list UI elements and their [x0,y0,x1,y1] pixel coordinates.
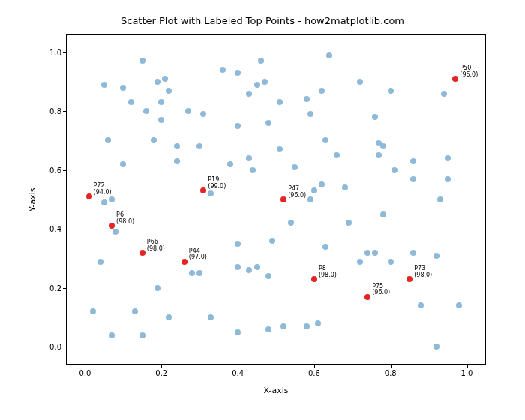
scatter-point [174,158,180,164]
x-tick-mark [238,364,238,368]
top-point [452,76,458,82]
scatter-point [437,196,443,202]
y-tick-mark [63,346,66,347]
scatter-point [266,326,272,332]
top-point [406,276,412,282]
scatter-point [208,314,214,320]
scatter-point [372,114,378,120]
y-tick-label: 0.6 [45,166,62,174]
scatter-point [392,167,398,173]
scatter-point [319,182,325,188]
scatter-point [120,85,126,91]
y-tick-label: 0.0 [45,343,62,351]
scatter-point [410,158,416,164]
scatter-point [174,143,180,149]
scatter-point [372,250,378,256]
scatter-point [90,308,96,314]
scatter-point [235,123,241,129]
scatter-point [109,332,115,338]
scatter-point [200,111,206,117]
scatter-point [266,120,272,126]
x-axis-label: X-axis [66,386,486,395]
scatter-point [151,137,157,143]
scatter-point [445,176,451,182]
scatter-point [132,308,138,314]
scatter-point [227,161,233,167]
scatter-point [288,220,294,226]
chart-title: Scatter Plot with Labeled Top Points - h… [0,15,525,26]
scatter-point [434,253,440,259]
scatter-point [128,99,134,105]
scatter-point [120,161,126,167]
plot-area [66,34,486,364]
scatter-point [250,167,256,173]
scatter-point [380,212,386,218]
scatter-point [208,190,214,196]
point-annotation: P50(96.0) [460,65,478,79]
scatter-point [140,58,146,64]
scatter-point [266,273,272,279]
scatter-point [101,200,107,206]
scatter-point [154,285,160,291]
scatter-point [112,229,118,235]
scatter-point [380,143,386,149]
scatter-point [388,259,394,265]
figure: Scatter Plot with Labeled Top Points - h… [0,0,525,420]
x-tick-mark [85,364,86,368]
point-annotation: P47(96.0) [288,186,306,200]
scatter-point [235,264,241,270]
scatter-point [418,302,424,308]
scatter-point [235,329,241,335]
scatter-point [246,267,252,273]
scatter-point [334,152,340,158]
scatter-point [262,79,268,85]
scatter-point [254,82,260,88]
scatter-point [158,99,164,105]
scatter-point [258,58,264,64]
y-tick-mark [63,229,66,230]
x-tick-label: 0.6 [308,369,320,377]
scatter-point [322,244,328,250]
scatter-point [434,344,440,350]
scatter-point [319,88,325,94]
top-point [182,259,188,265]
y-tick-mark [63,288,66,289]
scatter-point [154,79,160,85]
x-tick-mark [391,364,392,368]
scatter-point [166,314,172,320]
scatter-point [246,155,252,161]
scatter-point [105,137,111,143]
scatter-point [277,99,283,105]
y-tick-mark [63,111,66,112]
scatter-point [196,270,202,276]
scatter-point [376,152,382,158]
scatter-point [326,52,332,58]
top-point [140,250,146,256]
scatter-point [254,264,260,270]
scatter-point [185,108,191,114]
x-tick-mark [314,364,315,368]
top-point [364,294,370,300]
x-tick-label: 0.4 [232,369,244,377]
scatter-point [304,96,310,102]
scatter-point [311,188,317,194]
scatter-point [308,111,314,117]
scatter-point [235,241,241,247]
scatter-point [410,250,416,256]
y-axis-label: Y-axis [27,34,38,364]
top-point [280,196,286,202]
y-tick-label: 0.8 [45,107,62,116]
point-annotation: P72(94.0) [94,183,112,196]
x-tick-mark [161,364,162,368]
scatter-point [346,220,352,226]
scatter-point [196,143,202,149]
top-point [200,188,206,194]
scatter-point [235,70,241,76]
scatter-point [445,155,451,161]
scatter-point [246,91,252,97]
scatter-point [162,76,168,82]
point-annotation: P75(96.0) [372,284,390,297]
scatter-point [388,88,394,94]
scatter-point [158,117,164,123]
scatter-point [410,176,416,182]
